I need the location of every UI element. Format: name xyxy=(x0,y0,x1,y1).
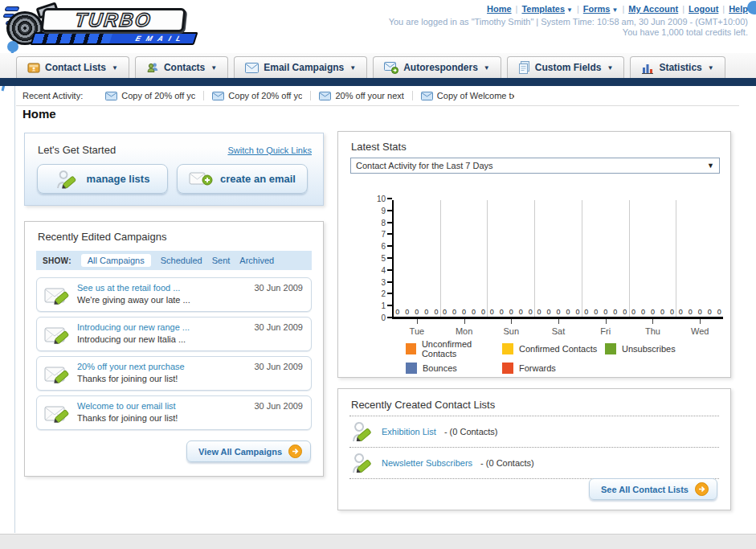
legend-label: Bounces xyxy=(423,363,457,373)
y-axis-label: 10 xyxy=(377,195,386,203)
x-axis-label: Tue xyxy=(394,326,440,336)
divider: | xyxy=(722,4,725,14)
recent-activity-heading: Recent Activity: xyxy=(22,91,83,100)
contact-list-row[interactable]: Newsletter Subscribers - (0 Contacts) xyxy=(338,448,730,479)
data-value: 0 xyxy=(679,308,683,316)
data-value: 0 xyxy=(537,308,541,316)
y-axis-label: 8 xyxy=(381,218,386,227)
campaign-row[interactable]: Welcome to our email list Thanks for joi… xyxy=(36,395,312,430)
data-value: 0 xyxy=(641,308,645,316)
chart-legend: Unconfirmed Contacts Confirmed Contacts … xyxy=(406,339,676,374)
chart-day-group: 00000 Mon xyxy=(441,200,488,317)
divider: | xyxy=(682,4,684,14)
data-value: 0 xyxy=(584,308,588,316)
campaign-row[interactable]: See us at the retail food ... We're givi… xyxy=(36,277,312,312)
campaign-row[interactable]: Introducing our new range ... Introducin… xyxy=(36,317,312,351)
filter-archived[interactable]: Archived xyxy=(239,256,274,265)
manage-lists-button[interactable]: manage lists xyxy=(37,164,168,194)
data-value: 0 xyxy=(566,308,570,316)
recent-activity-bar: Recent Activity: Copy of 20% off yc Copy… xyxy=(0,86,756,105)
data-value: 0 xyxy=(660,308,664,316)
contact-list-link[interactable]: Newsletter Subscribers xyxy=(382,458,472,468)
data-value: 0 xyxy=(651,308,655,316)
divider xyxy=(14,85,15,533)
logo-email-bar: EMAIL xyxy=(30,32,198,45)
logo-subtitle: EMAIL xyxy=(134,35,187,43)
recent-activity-item[interactable]: Copy of Welcome tx xyxy=(412,91,522,100)
legend-swatch xyxy=(502,343,513,354)
stats-dropdown[interactable]: Contact Activity for the Last 7 Days ▼ xyxy=(350,158,720,174)
x-axis-tick xyxy=(464,319,465,324)
y-axis-label: 9 xyxy=(381,206,386,215)
data-value: 0 xyxy=(631,308,635,316)
view-all-campaigns-button[interactable]: View All Campaigns xyxy=(186,440,311,462)
switch-quick-links-link[interactable]: Switch to Quick Links xyxy=(227,145,312,155)
top-nav-link-templates[interactable]: Templates xyxy=(521,4,565,14)
y-axis-label: 6 xyxy=(381,242,386,251)
campaign-title-link[interactable]: Welcome to our email list xyxy=(77,401,176,411)
filter-all-campaigns[interactable]: All Campaigns xyxy=(81,254,151,267)
envelope-pencil-icon xyxy=(43,400,72,426)
recent-activity-item[interactable]: Copy of 20% off yc xyxy=(97,91,203,100)
campaign-date: 30 Jun 2009 xyxy=(254,322,303,332)
x-axis-label: Fri xyxy=(582,326,629,336)
campaigns-title: Recently Edited Campaigns xyxy=(25,222,323,243)
data-value: 0 xyxy=(708,308,712,316)
campaign-title-link[interactable]: Introducing our new range ... xyxy=(77,322,190,332)
y-axis-label: 3 xyxy=(381,277,386,286)
x-axis-tick xyxy=(417,319,418,324)
chevron-down-icon: ▼ xyxy=(607,64,613,72)
chevron-down-icon: ▼ xyxy=(566,6,573,14)
recent-activity-item[interactable]: Copy of 20% off yc xyxy=(203,91,310,100)
legend-item: Confirmed Contacts xyxy=(502,339,605,358)
contact-list-row[interactable]: Exhibition List - (0 Contacts) xyxy=(338,416,730,448)
create-an-email-button[interactable]: create an email xyxy=(177,164,308,194)
tab-contact-lists[interactable]: Contact Lists ▼ xyxy=(16,56,129,78)
data-value: 0 xyxy=(405,308,409,316)
data-value: 0 xyxy=(490,308,494,316)
email-campaigns-icon xyxy=(245,63,259,73)
top-nav-link-home[interactable]: Home xyxy=(487,4,512,14)
tab-contacts[interactable]: Contacts ▼ xyxy=(135,56,228,78)
top-nav-link-logout[interactable]: Logout xyxy=(689,4,718,14)
top-nav-link-my-account[interactable]: My Account xyxy=(628,4,678,14)
recent-activity-label: Copy of 20% off yc xyxy=(121,91,195,100)
envelope-pencil-icon xyxy=(43,361,72,387)
turbo-email-logo[interactable]: EMAIL TURBO xyxy=(5,3,198,48)
y-axis-label: 7 xyxy=(381,230,386,239)
chart-day-group: 00000 Tue xyxy=(394,200,441,317)
campaign-row[interactable]: 20% off your next purchase Thanks for jo… xyxy=(36,356,312,391)
data-value: 0 xyxy=(613,308,617,316)
campaign-title-link[interactable]: See us at the retail food ... xyxy=(77,283,180,293)
legend-swatch xyxy=(406,363,417,374)
x-axis-label: Mon xyxy=(441,326,488,336)
logo-stripes xyxy=(32,34,112,43)
custom-fields-icon xyxy=(518,61,530,74)
annotation-dot xyxy=(747,1,756,14)
campaign-subtitle: Introducing our new Italia ... xyxy=(77,334,186,344)
chevron-down-icon: ▼ xyxy=(707,162,714,170)
arrow-circle-icon xyxy=(288,445,302,458)
top-nav-link-help[interactable]: Help xyxy=(729,4,748,14)
top-nav-link-forms[interactable]: Forms xyxy=(583,4,611,14)
tab-autoresponders[interactable]: Autoresponders ▼ xyxy=(373,56,501,78)
see-all-contact-lists-button[interactable]: See All Contact Lists xyxy=(589,478,717,500)
contact-list-link[interactable]: Exhibition List xyxy=(382,427,436,436)
x-axis-tick xyxy=(652,319,653,324)
y-axis-label: 0 xyxy=(381,313,386,322)
chart-values: 00000 xyxy=(441,308,488,316)
tab-email-campaigns[interactable]: Email Campaigns ▼ xyxy=(234,56,367,78)
chevron-down-icon: ▼ xyxy=(484,64,490,72)
legend-label: Forwards xyxy=(519,363,556,373)
chart-day-group: 00000 Fri xyxy=(582,200,630,317)
filter-scheduled[interactable]: Scheduled xyxy=(161,256,202,265)
envelope-icon xyxy=(319,92,331,100)
tab-statistics[interactable]: Statistics ▼ xyxy=(630,56,725,78)
campaign-title-link[interactable]: 20% off your next purchase xyxy=(77,362,185,371)
x-axis-tick xyxy=(700,319,701,324)
envelope-icon xyxy=(421,92,433,100)
tab-custom-fields[interactable]: Custom Fields ▼ xyxy=(507,56,625,78)
recent-activity-item[interactable]: 20% off your next xyxy=(310,91,411,100)
filter-sent[interactable]: Sent xyxy=(212,256,231,265)
logo-title-box: TURBO xyxy=(40,8,186,32)
